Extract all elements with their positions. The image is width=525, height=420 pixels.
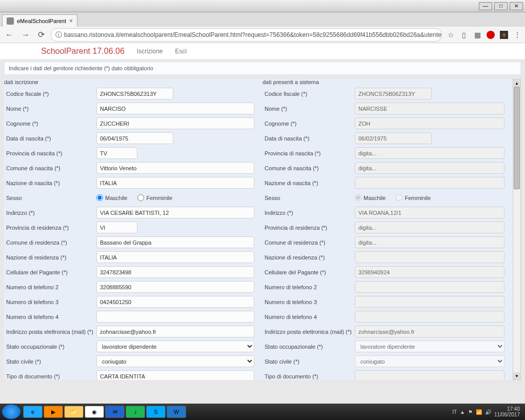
- tray-network-icon[interactable]: 📶: [476, 409, 482, 415]
- info-banner: Indicare i dati del genitore richiedente…: [4, 62, 521, 75]
- address-bar[interactable]: ⓘ bassano.ristonova.it/emealschoolparent…: [51, 28, 442, 42]
- tray-clock[interactable]: 17:40 11/06/2017: [494, 406, 520, 417]
- r-label-nazione-nascita: Nazione di nascita (*): [262, 180, 355, 186]
- input-tel2[interactable]: [96, 281, 254, 293]
- input-prov-nascita[interactable]: [96, 147, 137, 159]
- cast-icon[interactable]: ▯: [459, 30, 469, 39]
- label-prov-nascita: Provincia di nascita (*): [4, 150, 96, 156]
- input-nazione-nascita[interactable]: [96, 177, 254, 189]
- forward-button[interactable]: →: [19, 30, 32, 39]
- r-input-nome: [355, 103, 504, 114]
- input-comune-res[interactable]: [96, 236, 254, 248]
- tray-flag-icon[interactable]: ⚑: [468, 409, 473, 415]
- label-nazione-res: Nazione di residenza (*): [4, 254, 96, 261]
- favicon-icon: [7, 17, 14, 25]
- nav-iscrizione[interactable]: Iscrizione: [137, 48, 163, 55]
- right-column: dati presenti a sistema Codice fiscale (…: [258, 79, 513, 380]
- label-sesso: Sesso: [4, 195, 96, 201]
- site-info-icon[interactable]: ⓘ: [55, 30, 62, 39]
- r-label-indirizzo: Indirizzo (*): [262, 210, 355, 216]
- label-stato-civ: Stato civile (*): [4, 358, 96, 365]
- select-stato-occ[interactable]: lavoratore dipendente: [96, 341, 254, 352]
- taskbar-word-icon[interactable]: W: [167, 406, 186, 418]
- label-data-nascita: Data di nascita (*): [4, 135, 96, 142]
- r-input-tel2: [355, 281, 504, 293]
- input-data-nascita[interactable]: [96, 132, 173, 144]
- input-email[interactable]: [96, 326, 254, 337]
- input-tel3[interactable]: [96, 296, 254, 308]
- app-icon[interactable]: ▦: [473, 30, 482, 39]
- back-button[interactable]: ←: [3, 30, 15, 39]
- label-codice-fiscale: Codice fiscale (*): [4, 91, 96, 97]
- taskbar-chrome-icon[interactable]: ◉: [85, 406, 104, 418]
- input-nome[interactable]: [96, 103, 254, 114]
- taskbar-media-icon[interactable]: ▶: [44, 406, 63, 418]
- r-label-prov-nascita: Provincia di nascita (*): [262, 150, 355, 156]
- r-label-cell: Cellulare del Pagante (*): [262, 269, 355, 275]
- r-label-tel2: Numero di telefono 2: [262, 284, 355, 290]
- label-comune-nascita: Comune di nascita (*): [4, 165, 96, 171]
- select-stato-civ[interactable]: coniugato: [96, 355, 254, 367]
- input-cognome[interactable]: [96, 117, 254, 129]
- input-tel4[interactable]: [96, 311, 254, 323]
- r-label-comune-res: Comune di residenza (*): [262, 239, 355, 246]
- tray-lang[interactable]: IT: [452, 409, 457, 415]
- menu-icon[interactable]: ⋮: [513, 30, 522, 39]
- label-prov-res: Provincia di residenza (*): [4, 225, 96, 231]
- tray-chevron-icon[interactable]: ▲: [460, 409, 465, 415]
- r-label-data-nascita: Data di nascita (*): [262, 135, 355, 142]
- r-label-email: Indirizzo posta elettronica (mail) (*): [262, 329, 355, 335]
- window-maximize-button[interactable]: □: [494, 2, 508, 10]
- taskbar-mail-icon[interactable]: ✉: [105, 406, 125, 418]
- browser-tab[interactable]: eMealSchoolParent ×: [2, 14, 77, 27]
- r-input-tipo-doc: [355, 370, 504, 380]
- reload-button[interactable]: ⟳: [36, 30, 47, 39]
- vertical-scrollbar[interactable]: ▲ ▼: [513, 79, 521, 380]
- r-label-nome: Nome (*): [262, 106, 355, 112]
- radio-femminile-input[interactable]: [137, 194, 144, 201]
- input-codice-fiscale[interactable]: [96, 88, 173, 99]
- label-tel4: Numero di telefono 4: [4, 314, 96, 320]
- nav-esci[interactable]: Esci: [175, 48, 187, 55]
- input-tipo-doc[interactable]: [96, 370, 254, 380]
- amazon-icon[interactable]: a: [499, 30, 509, 39]
- tab-close-icon[interactable]: ×: [69, 17, 73, 25]
- r-label-comune-nascita: Comune di nascita (*): [262, 165, 355, 171]
- input-cell[interactable]: [96, 266, 254, 278]
- taskbar-explorer-icon[interactable]: 📁: [64, 406, 84, 418]
- taskbar-spotify-icon[interactable]: ♪: [126, 406, 145, 418]
- input-indirizzo[interactable]: [96, 207, 254, 218]
- scroll-down-icon[interactable]: ▼: [513, 372, 520, 379]
- r-radio-femminile-input: [396, 194, 402, 201]
- label-tipo-doc: Tipo di documento (*): [4, 373, 96, 379]
- r-input-codice-fiscale: [355, 88, 432, 99]
- star-icon[interactable]: ☆: [446, 30, 455, 39]
- left-header: dati iscrizione: [4, 79, 254, 86]
- radio-maschile-input[interactable]: [96, 194, 103, 201]
- input-nazione-res[interactable]: [96, 251, 254, 263]
- r-input-cognome: [355, 117, 504, 129]
- scroll-up-icon[interactable]: ▲: [513, 79, 520, 87]
- window-close-button[interactable]: ✕: [510, 2, 523, 10]
- opera-icon[interactable]: [486, 30, 495, 39]
- radio-maschile[interactable]: Maschile: [96, 194, 127, 201]
- label-stato-occ: Stato occupazionale (*): [4, 344, 96, 350]
- system-tray: IT ▲ ⚑ 📶 🔊 17:40 11/06/2017: [452, 406, 523, 417]
- r-label-tipo-doc: Tipo di documento (*): [262, 373, 355, 379]
- taskbar-ie-icon[interactable]: e: [23, 406, 43, 418]
- window-minimize-button[interactable]: —: [479, 2, 492, 10]
- radio-femminile[interactable]: Femminile: [137, 194, 172, 201]
- start-button[interactable]: [2, 405, 21, 419]
- r-label-prov-res: Provincia di residenza (*): [262, 225, 355, 231]
- taskbar-skype-icon[interactable]: S: [146, 406, 166, 418]
- r-select-stato-civ: coniugato: [355, 355, 504, 367]
- r-input-cell: [355, 266, 504, 278]
- input-prov-res[interactable]: [96, 222, 137, 233]
- tray-volume-icon[interactable]: 🔊: [485, 409, 491, 415]
- input-comune-nascita[interactable]: [96, 162, 254, 174]
- left-column: dati iscrizione Codice fiscale (*) Nome …: [4, 79, 258, 380]
- app-header: SchoolParent 17.06.06 Iscrizione Esci: [0, 43, 525, 59]
- r-label-stato-civ: Stato civile (*): [262, 358, 355, 365]
- label-cognome: Cognome (*): [4, 121, 96, 127]
- scroll-thumb[interactable]: [514, 87, 520, 189]
